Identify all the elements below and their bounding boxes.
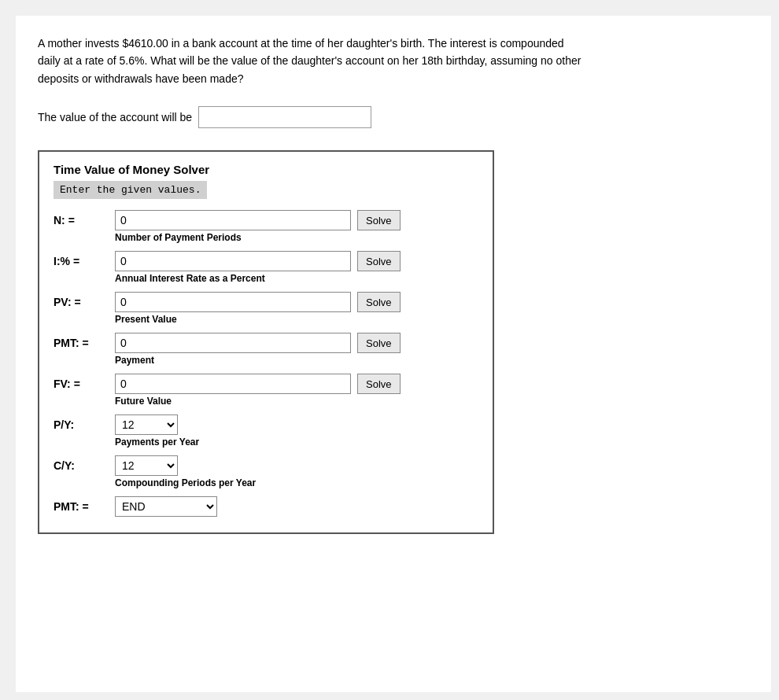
cy-row: C/Y: 1 2 4 12 52 365 xyxy=(54,455,478,476)
n-description: Number of Payment Periods xyxy=(115,232,478,243)
pmt-input[interactable] xyxy=(115,333,351,353)
solver-subtitle: Enter the given values. xyxy=(54,181,207,199)
fv-description: Future Value xyxy=(115,396,478,407)
pv-field-row: PV: = Solve xyxy=(54,292,478,312)
cy-select[interactable]: 1 2 4 12 52 365 xyxy=(115,455,178,476)
pmt-label: PMT: = xyxy=(54,337,109,349)
pv-solve-button[interactable]: Solve xyxy=(357,292,401,312)
cy-description: Compounding Periods per Year xyxy=(115,477,478,488)
pmt-end-row: PMT: = END BEGIN xyxy=(54,496,478,517)
pmt-solve-button[interactable]: Solve xyxy=(357,333,401,353)
py-select[interactable]: 1 2 4 12 52 365 xyxy=(115,414,178,435)
answer-label: The value of the account will be xyxy=(38,111,192,123)
i-solve-button[interactable]: Solve xyxy=(357,251,401,271)
py-label: P/Y: xyxy=(54,418,109,431)
i-field-row: I:% = Solve xyxy=(54,251,478,271)
n-label: N: = xyxy=(54,214,109,227)
pv-input[interactable] xyxy=(115,292,351,312)
n-field-row: N: = Solve xyxy=(54,210,478,230)
py-description: Payments per Year xyxy=(115,437,478,448)
n-input[interactable] xyxy=(115,210,351,230)
answer-row: The value of the account will be xyxy=(38,106,749,128)
i-input[interactable] xyxy=(115,251,351,271)
fv-input[interactable] xyxy=(115,374,351,394)
pmt-end-label: PMT: = xyxy=(54,500,109,513)
solver-box: Time Value of Money Solver Enter the giv… xyxy=(38,150,494,534)
fv-solve-button[interactable]: Solve xyxy=(357,374,401,394)
question-text: A mother invests $4610.00 in a bank acco… xyxy=(38,35,589,87)
fv-label: FV: = xyxy=(54,378,109,390)
fv-field-row: FV: = Solve xyxy=(54,374,478,394)
py-row: P/Y: 1 2 4 12 52 365 xyxy=(54,414,478,435)
pv-label: PV: = xyxy=(54,296,109,308)
pmt-field-row: PMT: = Solve xyxy=(54,333,478,353)
n-solve-button[interactable]: Solve xyxy=(357,210,401,230)
cy-label: C/Y: xyxy=(54,459,109,472)
i-description: Annual Interest Rate as a Percent xyxy=(115,273,478,284)
answer-input[interactable] xyxy=(198,106,371,128)
page-container: A mother invests $4610.00 in a bank acco… xyxy=(16,16,771,692)
pmt-end-select[interactable]: END BEGIN xyxy=(115,496,217,517)
i-label: I:% = xyxy=(54,255,109,267)
solver-title: Time Value of Money Solver xyxy=(54,163,478,176)
pv-description: Present Value xyxy=(115,314,478,325)
pmt-description: Payment xyxy=(115,355,478,366)
